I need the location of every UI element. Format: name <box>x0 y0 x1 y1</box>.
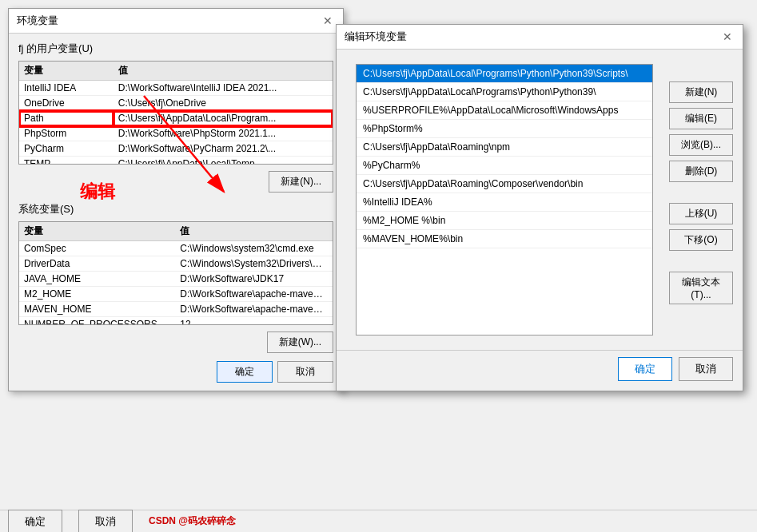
user-var-value: C:\Users\fj\OneDrive <box>114 96 333 111</box>
user-table-row[interactable]: PhpStormD:\WorkSoftware\PhpStorm 2021.1.… <box>19 126 333 141</box>
system-col-value: 值 <box>175 222 333 241</box>
path-list-item[interactable]: %PhpStorm% <box>357 120 652 138</box>
user-var-name: TEMP <box>19 157 114 165</box>
system-var-value: D:\WorkSoftware\apache-maven-3.8... <box>175 287 333 302</box>
edit-dialog-close-button[interactable]: ✕ <box>720 30 735 44</box>
edit-new-button[interactable]: 新建(N) <box>669 81 733 103</box>
user-col-value: 值 <box>114 62 333 81</box>
edit-side-buttons: 新建(N) 编辑(E) 浏览(B)... 删除(D) 上移(U) 下移(O) 编… <box>669 81 733 304</box>
path-list-item[interactable]: C:\Users\fj\AppData\Local\Programs\Pytho… <box>357 83 652 101</box>
system-vars-table-container: 变量 值 ComSpecC:\Windows\system32\cmd.exeD… <box>18 221 333 325</box>
env-dialog-title: 环境变量 <box>17 14 58 28</box>
user-table-row[interactable]: OneDriveC:\Users\fj\OneDrive <box>19 96 333 111</box>
env-dialog-content: fj 的用户变量(U) 变量 值 IntelliJ IDEAD:\WorkSof… <box>9 34 343 391</box>
edit-move-down-button[interactable]: 下移(O) <box>669 229 733 251</box>
system-col-var: 变量 <box>19 222 175 241</box>
edit-dialog-titlebar: 编辑环境变量 ✕ <box>337 25 743 50</box>
system-var-value: D:\WorkSoftware\JDK17 <box>175 272 333 287</box>
user-var-name: OneDrive <box>19 96 114 111</box>
user-table-header: 变量 值 <box>19 62 333 81</box>
user-var-name: PyCharm <box>19 141 114 157</box>
edit-dialog-footer: 确定 取消 <box>337 350 743 391</box>
user-var-name: Path <box>19 111 114 126</box>
system-var-name: DriverData <box>19 256 175 272</box>
user-var-name: PhpStorm <box>19 126 114 141</box>
system-table-row[interactable]: MAVEN_HOMED:\WorkSoftware\apache-maven-3… <box>19 302 333 317</box>
edit-browse-button[interactable]: 浏览(B)... <box>669 134 733 156</box>
system-table-row[interactable]: ComSpecC:\Windows\system32\cmd.exe <box>19 241 333 256</box>
csdn-label: CSDN @码农碎碎念 <box>149 514 236 528</box>
system-table-row[interactable]: NUMBER_OF_PROCESSORS12 <box>19 317 333 326</box>
system-new-button[interactable]: 新建(W)... <box>267 332 333 353</box>
system-table-row[interactable]: M2_HOMED:\WorkSoftware\apache-maven-3.8.… <box>19 287 333 302</box>
system-btn-row: 新建(W)... <box>18 332 333 353</box>
edit-dialog-title: 编辑环境变量 <box>345 30 407 44</box>
user-table-row[interactable]: PyCharmD:\WorkSoftware\PyCharm 2021.2\..… <box>19 141 333 157</box>
path-list-item[interactable]: %M2_HOME %\bin <box>357 212 652 230</box>
user-btn-row: 新建(N)... <box>18 171 333 193</box>
env-cancel-button[interactable]: 取消 <box>277 361 333 383</box>
system-vars-table: 变量 值 ComSpecC:\Windows\system32\cmd.exeD… <box>19 222 333 325</box>
system-var-name: JAVA_HOME <box>19 272 175 287</box>
edit-cancel-button[interactable]: 取消 <box>679 357 733 381</box>
path-list-item[interactable]: %MAVEN_HOME%\bin <box>357 230 652 248</box>
user-vars-table: 变量 值 IntelliJ IDEAD:\WorkSoftware\Intell… <box>19 62 333 165</box>
system-var-name: M2_HOME <box>19 287 175 302</box>
user-var-value: D:\WorkSoftware\PhpStorm 2021.1... <box>114 126 333 141</box>
system-section-gap: 系统变量(S) 变量 值 ComSpecC:\Windows\system32\… <box>18 202 333 353</box>
system-var-value: 12 <box>175 317 333 326</box>
path-list-item[interactable]: C:\Users\fj\AppData\Roaming\npm <box>357 138 652 157</box>
path-list-item[interactable]: %USERPROFILE%\AppData\Local\Microsoft\Wi… <box>357 101 652 120</box>
system-table-row[interactable]: JAVA_HOMED:\WorkSoftware\JDK17 <box>19 272 333 287</box>
edit-move-up-button[interactable]: 上移(U) <box>669 203 733 224</box>
user-var-value: C:\Users\fj\AppData\Local\Program... <box>114 111 333 126</box>
edit-dialog-body: C:\Users\fj\AppData\Local\Programs\Pytho… <box>337 50 743 350</box>
env-dialog-titlebar: 环境变量 ✕ <box>9 9 343 34</box>
edit-delete-button[interactable]: 删除(D) <box>669 161 733 182</box>
path-list-item[interactable]: %IntelliJ IDEA% <box>357 193 652 212</box>
user-col-var: 变量 <box>19 62 114 81</box>
user-new-button[interactable]: 新建(N)... <box>269 171 333 193</box>
user-vars-table-container: 变量 值 IntelliJ IDEAD:\WorkSoftware\Intell… <box>18 61 333 165</box>
path-list-item[interactable]: C:\Users\fj\AppData\Local\Programs\Pytho… <box>357 65 652 83</box>
system-var-name: MAVEN_HOME <box>19 302 175 317</box>
edit-ok-button[interactable]: 确定 <box>618 357 672 381</box>
system-table-header: 变量 值 <box>19 222 333 241</box>
csdn-ok-button[interactable]: 确定 <box>8 510 62 533</box>
user-table-row[interactable]: PathC:\Users\fj\AppData\Local\Program... <box>19 111 333 126</box>
env-dialog-footer: 确定 取消 <box>18 361 333 383</box>
edit-edit-button[interactable]: 编辑(E) <box>669 108 733 129</box>
user-var-name: IntelliJ IDEA <box>19 81 114 96</box>
system-var-name: NUMBER_OF_PROCESSORS <box>19 317 175 326</box>
system-var-value: C:\Windows\system32\cmd.exe <box>175 241 333 256</box>
user-var-value: C:\Users\fj\AppData\Local\Temp <box>114 157 333 165</box>
edit-text-button[interactable]: 编辑文本(T)... <box>669 272 733 304</box>
path-list-container[interactable]: C:\Users\fj\AppData\Local\Programs\Pytho… <box>356 64 653 335</box>
env-dialog-close-button[interactable]: ✕ <box>321 14 335 28</box>
env-ok-button[interactable]: 确定 <box>217 361 273 383</box>
user-var-value: D:\WorkSoftware\IntelliJ IDEA 2021... <box>114 81 333 96</box>
system-table-row[interactable]: DriverDataC:\Windows\System32\Drivers\Dr… <box>19 256 333 272</box>
system-var-name: ComSpec <box>19 241 175 256</box>
path-list-item[interactable]: C:\Users\fj\AppData\Roaming\Composer\ven… <box>357 175 652 193</box>
path-list-item[interactable]: %PyCharm% <box>357 157 652 175</box>
system-var-value: D:\WorkSoftware\apache-maven-3.8... <box>175 302 333 317</box>
user-table-row[interactable]: IntelliJ IDEAD:\WorkSoftware\IntelliJ ID… <box>19 81 333 96</box>
edit-env-dialog: 编辑环境变量 ✕ C:\Users\fj\AppData\Local\Progr… <box>336 24 743 391</box>
user-table-row[interactable]: TEMPC:\Users\fj\AppData\Local\Temp <box>19 157 333 165</box>
csdn-cancel-button[interactable]: 取消 <box>78 510 133 533</box>
csdn-bar: 确定 取消 CSDN @码农碎碎念 <box>0 510 757 532</box>
system-section-label: 系统变量(S) <box>18 202 333 216</box>
user-section-label: fj 的用户变量(U) <box>18 42 333 56</box>
user-var-value: D:\WorkSoftware\PyCharm 2021.2\... <box>114 141 333 157</box>
system-var-value: C:\Windows\System32\Drivers\Drive... <box>175 256 333 272</box>
env-variables-dialog: 环境变量 ✕ fj 的用户变量(U) 变量 值 IntelliJ IDEAD:\… <box>8 8 344 391</box>
